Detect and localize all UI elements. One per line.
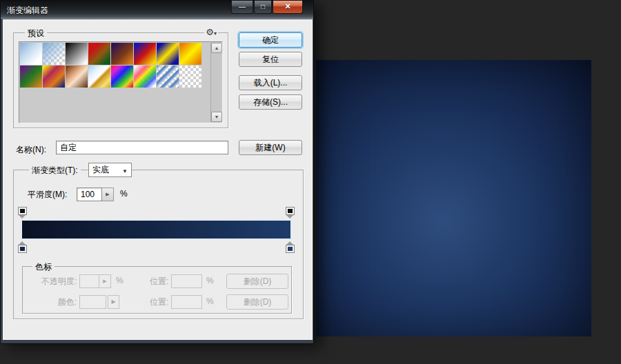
delete-color-stop-button: 删除(D) xyxy=(226,294,288,310)
maximize-icon: □ xyxy=(261,3,265,10)
preset-grid xyxy=(20,43,201,88)
gradient-preset-blue-yellow-blue[interactable] xyxy=(157,43,179,65)
preset-list: ▲ ▼ xyxy=(19,41,223,123)
smoothness-label: 平滑度(M): xyxy=(28,189,67,201)
spinner-arrow-icon: ▶ xyxy=(99,275,110,287)
ok-button[interactable]: 确定 xyxy=(239,32,302,48)
new-button[interactable]: 新建(W) xyxy=(239,140,302,155)
scroll-up-button[interactable]: ▲ xyxy=(211,43,222,53)
presets-label: 预设 xyxy=(25,28,47,39)
gradient-preset-thumbnail xyxy=(20,43,42,65)
color-picker-button: ▶ xyxy=(108,295,119,309)
color-stop-fill xyxy=(288,247,293,251)
close-button[interactable]: ✕ xyxy=(273,1,303,14)
load-button[interactable]: 载入(L)... xyxy=(239,75,302,90)
presets-menu-button[interactable]: ⚙▾ xyxy=(204,27,218,37)
opacity-stop-left[interactable] xyxy=(18,207,27,219)
opacity-stop-right[interactable] xyxy=(286,207,295,219)
presets-group: 预设 ⚙▾ ▲ ▼ xyxy=(13,32,228,128)
scroll-down-button[interactable]: ▼ xyxy=(211,112,222,122)
color-stop-left[interactable] xyxy=(18,241,27,253)
preset-scrollbar[interactable]: ▲ ▼ xyxy=(210,43,221,122)
gradient-preset-yellow-violet-orange-blue[interactable] xyxy=(43,65,65,88)
gradient-bar-frame xyxy=(21,219,292,240)
gradient-preset-thumbnail xyxy=(88,65,110,88)
color-stop-fill xyxy=(20,247,25,251)
dropdown-caret-icon: ▼ xyxy=(122,165,128,178)
color-stop-swatch xyxy=(286,245,295,253)
gradient-preset-violet-to-orange[interactable] xyxy=(111,43,133,65)
color-swatch xyxy=(79,295,106,309)
color-position-percent: % xyxy=(206,296,214,306)
gradient-preset-transparent-stripes[interactable] xyxy=(157,65,179,88)
gradient-editor-window: 渐变编辑器 — □ ✕ 预设 ⚙▾ ▲ ▼ 确定 xyxy=(0,0,314,344)
minimize-button[interactable]: — xyxy=(231,1,253,14)
stops-label: 色标 xyxy=(32,261,55,273)
opacity-stop-fill xyxy=(20,209,25,213)
minimize-icon: — xyxy=(239,3,246,10)
gradient-preset-foreground-to-background[interactable] xyxy=(20,43,42,65)
opacity-field-label: 不透明度: xyxy=(27,276,77,287)
gradient-preset-thumbnail xyxy=(134,65,156,88)
gradient-type-value: 实底 xyxy=(92,165,109,174)
arrow-down-icon: ▼ xyxy=(215,114,219,119)
name-label: 名称(N): xyxy=(16,144,46,156)
gradient-options-group: 渐变类型(T): 实底 ▼ 平滑度(M): 100 ▶ % xyxy=(13,170,304,319)
stops-group: 色标 不透明度: ▶ % 位置: % 删除(D) 颜色: ▶ 位置: xyxy=(22,266,292,314)
gradient-preset-transparent-sample[interactable] xyxy=(179,65,201,88)
gradient-preset-thumbnail xyxy=(66,65,88,88)
gradient-preset-thumbnail xyxy=(88,43,110,65)
gradient-type-label: 渐变类型(T): xyxy=(29,165,81,176)
gradient-preset-chrome-gold[interactable] xyxy=(88,65,110,88)
gear-icon: ⚙ xyxy=(206,27,214,37)
canvas xyxy=(316,60,591,336)
color-position-input xyxy=(171,295,202,309)
gradient-preset-thumbnail xyxy=(111,65,133,88)
caption-buttons: — □ ✕ xyxy=(230,1,303,14)
arrow-up-icon: ▲ xyxy=(215,46,219,50)
titlebar[interactable]: 渐变编辑器 — □ ✕ xyxy=(1,1,313,19)
close-icon: ✕ xyxy=(284,2,290,10)
opacity-position-percent: % xyxy=(206,276,214,285)
maximize-button[interactable]: □ xyxy=(254,1,272,14)
spinner-arrow-icon: ▶ xyxy=(102,188,113,201)
gradient-type-select[interactable]: 实底 ▼ xyxy=(88,163,132,177)
gradient-preset-thumbnail xyxy=(179,43,201,65)
gradient-preset-thumbnail xyxy=(134,43,156,65)
name-input[interactable]: 自定 xyxy=(56,141,228,154)
gradient-preset-spectrum[interactable] xyxy=(111,65,133,88)
gradient-preset-transparent-rainbow[interactable] xyxy=(134,65,156,88)
gradient-preset-thumbnail xyxy=(43,43,65,65)
window-title: 渐变编辑器 xyxy=(7,5,48,17)
gradient-preset-thumbnail xyxy=(157,43,179,65)
screen: 渐变编辑器 — □ ✕ 预设 ⚙▾ ▲ ▼ 确定 xyxy=(0,0,621,364)
opacity-stop-swatch xyxy=(18,207,27,215)
opacity-stop-fill xyxy=(288,209,293,213)
gradient-preset-copper[interactable] xyxy=(66,65,88,88)
color-stop-right[interactable] xyxy=(286,241,295,253)
smoothness-input[interactable]: 100 xyxy=(77,188,102,201)
opacity-spinner-button: ▶ xyxy=(99,274,111,288)
opacity-percent: % xyxy=(116,276,124,285)
delete-opacity-stop-button: 删除(D) xyxy=(226,274,288,289)
save-button[interactable]: 存储(S)... xyxy=(239,94,302,110)
chevron-down-icon: ▾ xyxy=(214,30,217,37)
reset-button[interactable]: 复位 xyxy=(239,52,302,67)
gradient-preset-orange-yellow-orange[interactable] xyxy=(179,43,201,65)
gradient-preset-violet-green-orange[interactable] xyxy=(20,65,42,88)
gradient-preset-thumbnail xyxy=(179,65,201,88)
gradient-preset-blue-red-yellow[interactable] xyxy=(134,43,156,65)
opacity-position-input xyxy=(171,274,202,288)
gradient-bar[interactable] xyxy=(22,221,290,239)
gradient-preset-black-to-white[interactable] xyxy=(66,43,88,65)
gradient-preset-red-to-green[interactable] xyxy=(88,43,110,65)
opacity-stop-pointer-icon xyxy=(19,215,26,219)
color-stop-swatch xyxy=(18,245,27,253)
gradient-preset-foreground-to-transparent[interactable] xyxy=(43,43,65,65)
gradient-preset-thumbnail xyxy=(157,65,179,88)
gradient-preset-thumbnail xyxy=(66,43,88,65)
opacity-stop-swatch xyxy=(286,207,295,215)
opacity-position-label: 位置: xyxy=(150,276,168,287)
opacity-input xyxy=(79,274,99,288)
smoothness-spinner-button[interactable]: ▶ xyxy=(102,188,114,201)
